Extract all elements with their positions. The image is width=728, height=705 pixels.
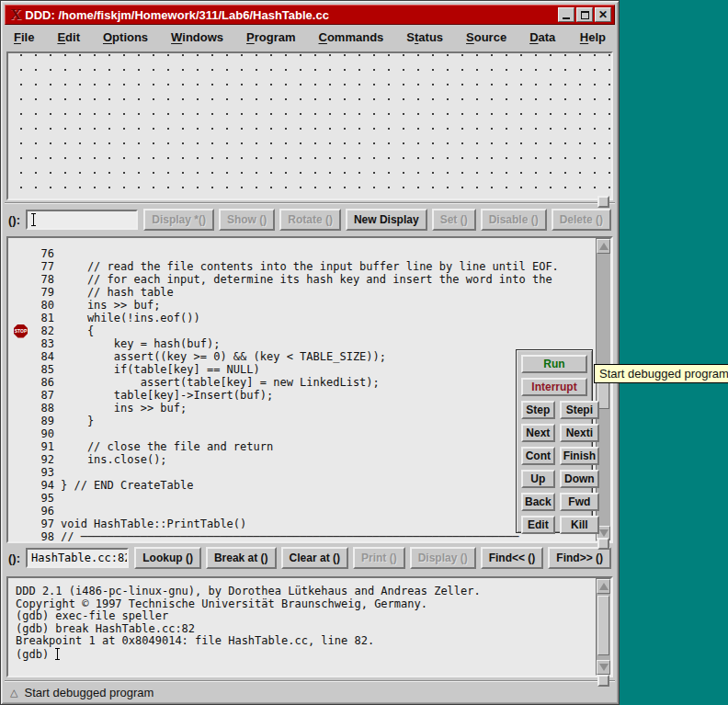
pane-sash-console[interactable] [597,675,609,687]
source-line[interactable]: STOP 87 table[key]->Insert(buf); [14,389,596,402]
command-button[interactable]: Edit [521,516,555,534]
scroll-up-button[interactable] [597,239,610,254]
source-line[interactable]: STOP 83 key = hash(buf); [14,337,596,350]
source-line[interactable]: STOP 92 ins.close(); [14,453,596,466]
menu-item-help[interactable]: Help [580,30,606,44]
source-toolbar-button[interactable]: Find<< () [481,547,544,569]
close-button[interactable]: ✕ [595,7,611,22]
command-button[interactable]: Nexti [560,424,599,442]
line-number: 98 [32,530,54,541]
source-toolbar-button[interactable]: Find>> () [548,547,611,569]
line-text: // hash table [61,286,174,299]
pane-separator [5,202,615,204]
scroll-trough[interactable] [597,594,610,660]
menu-item[interactable]: Program [246,30,295,44]
source-code-area[interactable]: STOP 76 STOP 77 // read the file content… [8,238,596,541]
source-toolbar-button[interactable]: Lookup () [134,547,201,569]
pane-sash-data[interactable] [597,196,609,208]
command-button[interactable]: Step [521,401,555,419]
source-line[interactable]: STOP 90 [14,427,596,440]
window-titlebar[interactable]: X DDD: /home/fiskjm/Homework/311/Lab6/Ha… [5,5,615,25]
console-line: Copyright © 1997 Technische Universität … [16,598,596,611]
command-button[interactable]: Up [521,470,555,488]
source-toolbar-button[interactable]: Clear at () [281,547,348,569]
source-line[interactable]: STOP 91 // close the file and return [14,440,596,453]
source-toolbar-button[interactable]: Break at () [206,547,277,569]
line-text: // close the file and return [61,440,273,453]
display-toolbar-button: Rotate () [279,209,341,231]
source-line[interactable]: STOP 85 if(table[key] == NULL) [14,363,596,376]
line-number: 90 [32,427,54,440]
menu-item[interactable]: Edit [57,30,80,44]
command-button[interactable]: Kill [560,516,599,534]
source-line[interactable]: STOP 84 assert((key >= 0) && (key < TABL… [14,350,596,363]
source-arg-input[interactable]: HashTable.cc:82 [26,548,129,568]
status-led-icon: △ [10,687,17,699]
minimize-icon [563,17,570,19]
source-line[interactable]: STOP 89 } [14,415,596,427]
run-button[interactable]: Run [521,355,587,373]
window-title: DDD: /home/fiskjm/Homework/311/Lab6/Hash… [25,8,558,22]
menu-item[interactable]: Windows [171,30,223,44]
line-text: // ─────────────────────────────────────… [61,530,519,541]
menu-item[interactable]: Status [406,30,443,44]
display-toolbar-button: Set () [432,209,476,231]
console-cursor-icon [55,648,60,660]
minimize-button[interactable] [558,7,574,22]
data-display-canvas[interactable] [6,51,613,200]
line-number: 95 [32,492,54,505]
display-arg-input[interactable] [26,210,138,230]
menu-item[interactable]: Source [466,30,506,44]
source-line[interactable]: STOP 95 [14,492,596,505]
line-text: while(!ins.eof()) [61,312,200,324]
command-button[interactable]: Fwd [560,493,599,511]
source-line[interactable]: STOP 79 // hash table [14,286,596,299]
source-line[interactable]: STOP 98 // ─────────────────────────────… [14,530,596,541]
source-line[interactable]: STOP 78 // for each input, determine its… [14,273,596,286]
tooltip: Start debugged program [594,364,728,383]
line-text: key = hash(buf); [61,337,220,350]
source-line[interactable]: STOP 80 ins >> buf; [14,299,596,312]
line-text: if(table[key] == NULL) [61,363,260,376]
arrow-up-icon [599,243,609,250]
console-scrollbar[interactable] [596,578,611,676]
line-number: 97 [32,517,54,530]
command-button[interactable]: Finish [560,447,599,465]
source-line[interactable]: STOP 88 ins >> buf; [14,402,596,415]
maximize-button[interactable] [576,7,593,22]
source-line[interactable]: STOP 82 { [14,324,596,337]
display-toolbar: (): Display *()Show ()Rotate ()New Displ… [6,207,613,233]
arrow-down-icon [599,529,609,537]
source-line[interactable]: STOP 77 // read the file contents into t… [14,260,596,273]
source-line[interactable]: STOP 81 while(!ins.eof()) [14,312,596,324]
menu-item[interactable]: File [14,30,34,44]
command-button[interactable]: Cont [521,447,555,465]
line-number: 84 [32,350,54,363]
command-button[interactable]: Next [521,424,555,442]
line-number: 76 [32,247,54,260]
command-button[interactable]: Down [560,470,599,488]
source-line[interactable]: STOP 86 assert(table[key] = new LinkedLi… [14,376,596,389]
scroll-up-button[interactable] [597,579,610,594]
command-button[interactable]: Back [521,493,555,511]
scroll-down-button[interactable] [597,660,610,675]
scroll-thumb[interactable] [597,596,609,655]
source-line[interactable]: STOP 93 [14,466,596,479]
stop-icon: STOP [14,324,28,338]
source-line[interactable]: STOP 97 void HashTable::PrintTable() [14,517,596,530]
line-text: void HashTable::PrintTable() [61,517,246,530]
breakpoint-marker[interactable]: STOP [14,324,32,337]
menu-item[interactable]: Options [103,30,148,44]
display-toolbar-button[interactable]: New Display [346,209,427,231]
source-line[interactable]: STOP 96 [14,505,596,517]
status-text: Start debugged program [24,686,154,699]
source-line[interactable]: STOP 76 [14,247,596,260]
arrow-up-icon [599,583,609,590]
menu-item[interactable]: Data [529,30,555,44]
interrupt-button[interactable]: Interrupt [521,378,587,396]
command-button[interactable]: Stepi [560,401,599,419]
menu-item[interactable]: Commands [319,30,384,44]
pane-sash-source[interactable] [597,538,609,550]
console-text-area[interactable]: DDD 2.1 (i486-pc-linux-gnu), by Dorothea… [8,578,596,676]
source-line[interactable]: STOP 94 } // END CreateTable [14,479,596,492]
